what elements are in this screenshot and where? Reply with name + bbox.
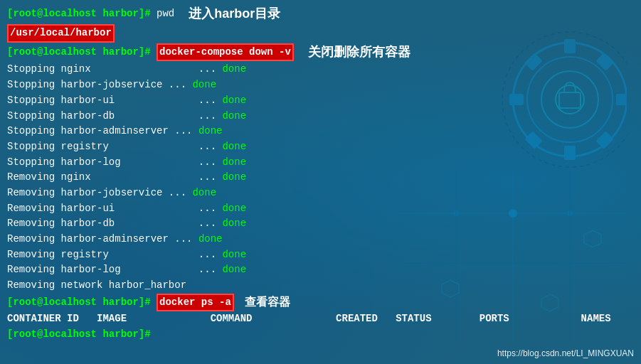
stop-registry-text: Stopping registry ... done [7, 139, 246, 155]
stop-jobservice-text: Stopping harbor-jobservice ... done [7, 77, 216, 93]
final-prompt: [root@localhost harbor]# [7, 327, 151, 343]
line-remove-db: Removing harbor-db ... done [7, 216, 634, 232]
line-stop-db: Stopping harbor-db ... done [7, 109, 634, 124]
space1 [151, 45, 157, 60]
col-names: NAMES [509, 311, 611, 327]
watermark: https://blog.csdn.net/LI_MINGXUAN [497, 348, 634, 358]
remove-adminserver-text: Removing harbor-adminserver ... done [7, 232, 222, 247]
prompt-compose: [root@localhost harbor]# [7, 45, 151, 60]
cursor [151, 327, 157, 343]
terminal-container: [root@localhost harbor]# pwd 进入harbor目录 … [0, 0, 641, 347]
line-pwd: [root@localhost harbor]# pwd 进入harbor目录 [7, 4, 634, 24]
remove-db-text: Removing harbor-db ... done [7, 216, 246, 232]
line-remove-network: Removing network harbor_harbor [7, 278, 634, 294]
line-remove-adminserver: Removing harbor-adminserver ... done [7, 232, 634, 247]
line-path-output: /usr/local/harbor [7, 24, 634, 43]
line-remove-nginx: Removing nginx ... done [7, 170, 634, 186]
line-remove-registry: Removing registry ... done [7, 247, 634, 263]
cmd-compose-down: docker-compose down -v [157, 43, 294, 62]
table-header-row: CONTAINER ID IMAGE COMMAND CREATED STATU… [7, 311, 634, 327]
prompt-pwd: [root@localhost harbor]# [7, 6, 151, 22]
cmd-pwd-text: pwd [157, 6, 174, 22]
stop-ui-text: Stopping harbor-ui ... done [7, 93, 246, 109]
col-status: STATUS [378, 311, 432, 327]
col-container-id: CONTAINER ID [7, 311, 79, 327]
line-stop-jobservice: Stopping harbor-jobservice ... done [7, 77, 634, 93]
line-compose-down: [root@localhost harbor]# docker-compose … [7, 43, 634, 63]
remove-jobservice-text: Removing harbor-jobservice ... done [7, 186, 216, 201]
prompt-docker-ps: [root@localhost harbor]# [7, 295, 151, 311]
col-created: CREATED [252, 311, 377, 327]
col-ports: PORTS [432, 311, 509, 327]
line-final-prompt: [root@localhost harbor]# [7, 327, 634, 343]
line-docker-ps: [root@localhost harbor]# docker ps -a 查看… [7, 294, 634, 312]
remove-registry-text: Removing registry ... done [7, 247, 246, 263]
line-stop-log: Stopping harbor-log ... done [7, 155, 634, 171]
line-remove-log: Removing harbor-log ... done [7, 262, 634, 278]
stop-db-text: Stopping harbor-db ... done [7, 109, 246, 124]
line-remove-ui: Removing harbor-ui ... done [7, 201, 634, 217]
col-command: COMMAND [127, 311, 252, 327]
line-stop-nginx: Stopping nginx ... done [7, 62, 634, 77]
line-stop-adminserver: Stopping harbor-adminserver ... done [7, 124, 634, 139]
col-image: IMAGE [79, 311, 127, 327]
cmd-docker-ps: docker ps -a [157, 294, 234, 312]
harbor-path: /usr/local/harbor [7, 24, 115, 43]
stop-log-text: Stopping harbor-log ... done [7, 155, 246, 171]
remove-network-text: Removing network harbor_harbor [7, 278, 186, 294]
line-stop-registry: Stopping registry ... done [7, 139, 634, 155]
line-stop-ui: Stopping harbor-ui ... done [7, 93, 634, 109]
annotation-shutdown: 关闭删除所有容器 [308, 43, 410, 63]
annotation-enter-harbor: 进入harbor目录 [189, 4, 280, 24]
space2 [151, 295, 157, 311]
remove-nginx-text: Removing nginx ... done [7, 170, 246, 186]
annotation-view-containers: 查看容器 [245, 294, 290, 311]
line-remove-jobservice: Removing harbor-jobservice ... done [7, 186, 634, 201]
remove-log-text: Removing harbor-log ... done [7, 262, 246, 278]
cmd-pwd [151, 6, 157, 22]
stop-adminserver-text: Stopping harbor-adminserver ... done [7, 124, 222, 139]
remove-ui-text: Removing harbor-ui ... done [7, 201, 246, 217]
stop-nginx-text: Stopping nginx ... done [7, 62, 246, 77]
